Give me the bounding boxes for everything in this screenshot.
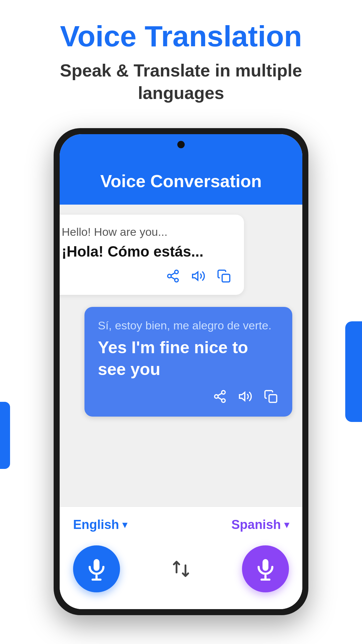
app-header: Voice Conversation	[60, 161, 302, 205]
svg-point-2	[175, 278, 178, 282]
svg-line-11	[218, 393, 222, 395]
left-translated-text: ¡Hola! Cómo estás...	[62, 243, 232, 260]
page-title: Voice Translation	[27, 20, 335, 53]
svg-line-4	[171, 273, 175, 275]
svg-point-9	[222, 399, 225, 402]
blue-decoration-left	[0, 402, 10, 469]
language-right-chevron: ▾	[284, 519, 289, 530]
volume-icon[interactable]	[190, 268, 206, 284]
svg-rect-14	[94, 559, 100, 571]
left-bubble-actions	[62, 268, 232, 284]
page-subtitle: Speak & Translate in multiple languages	[27, 59, 335, 105]
svg-rect-13	[269, 395, 277, 402]
svg-line-10	[218, 397, 222, 400]
swap-languages-button[interactable]	[170, 558, 192, 580]
language-selector-right[interactable]: Spanish ▾	[231, 518, 289, 532]
svg-point-8	[215, 395, 218, 398]
app-header-title: Voice Conversation	[73, 171, 289, 191]
svg-point-1	[168, 274, 171, 278]
share-icon[interactable]	[165, 268, 181, 284]
right-original-text: Sí, estoy bien, me alegro de verte.	[98, 319, 279, 332]
copy-icon[interactable]	[216, 268, 232, 284]
svg-rect-6	[222, 274, 230, 282]
svg-point-7	[222, 390, 225, 394]
blue-decoration-right	[345, 321, 362, 422]
copy-icon-right[interactable]	[263, 388, 279, 405]
bubble-right: Sí, estoy bien, me alegro de verte. Yes …	[84, 307, 292, 417]
right-translated-text: Yes I'm fine nice to see you	[98, 337, 279, 380]
left-original-text: Hello! How are you...	[62, 225, 232, 238]
language-selector-left[interactable]: English ▾	[73, 518, 127, 532]
mic-row	[60, 539, 302, 609]
camera-dot	[177, 141, 185, 148]
svg-line-3	[171, 277, 175, 279]
svg-point-0	[175, 270, 178, 274]
phone-mockup: Voice Conversation Hello! How are you...…	[54, 128, 308, 615]
language-bar: English ▾ Spanish ▾	[60, 506, 302, 539]
chat-area: Hello! How are you... ¡Hola! Cómo estás.…	[60, 205, 302, 506]
volume-icon-right[interactable]	[237, 388, 253, 405]
page-header: Voice Translation Speak & Translate in m…	[0, 0, 362, 118]
mic-button-right[interactable]	[242, 545, 289, 592]
svg-marker-12	[240, 392, 245, 401]
phone-wrapper: Voice Conversation Hello! How are you...…	[0, 128, 362, 615]
svg-marker-5	[193, 272, 198, 280]
language-right-label: Spanish	[231, 518, 281, 532]
language-left-label: English	[73, 518, 119, 532]
language-left-chevron: ▾	[122, 519, 127, 530]
share-icon-right[interactable]	[212, 388, 228, 405]
svg-rect-17	[262, 559, 268, 571]
phone-status-bar	[60, 134, 302, 161]
right-bubble-actions	[98, 388, 279, 405]
phone-screen: Voice Conversation Hello! How are you...…	[60, 134, 302, 609]
mic-button-left[interactable]	[73, 545, 120, 592]
bubble-left: Hello! How are you... ¡Hola! Cómo estás.…	[60, 215, 244, 295]
